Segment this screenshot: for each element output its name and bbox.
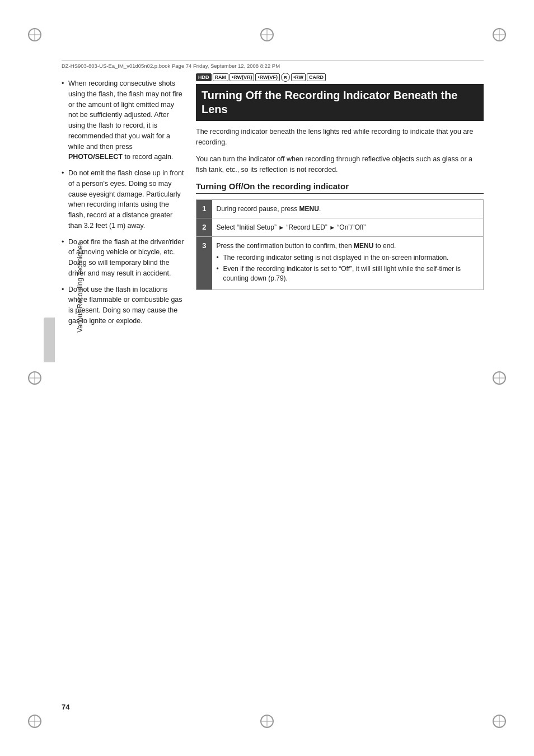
reg-mark-bl <box>28 715 41 728</box>
step-row-1: 1 During record pause, press MENU. <box>196 199 484 218</box>
reg-mark-br <box>493 715 506 728</box>
step3-bullet-1: The recording indicator setting is not d… <box>217 253 479 263</box>
arrow-2: ► <box>329 223 335 232</box>
main-content: When recording consecutive shots using t… <box>62 73 484 700</box>
arrow-1: ► <box>278 223 284 232</box>
section-title: Turning Off the Recording Indicator Bene… <box>202 88 478 116</box>
step-num-2: 2 <box>196 218 212 236</box>
step-content-1: During record pause, press MENU. <box>212 199 484 218</box>
bold-text-1: PHOTO/SELECT <box>68 153 123 161</box>
reg-mark-tl <box>28 28 41 41</box>
step-row-2: 2 Select “Initial Setup” ► “Record LED” … <box>196 218 484 236</box>
step-num-1: 1 <box>196 199 212 218</box>
badge-ram: RAM <box>213 73 229 81</box>
step3-bullet-2: Even if the recording indicator is set t… <box>217 264 479 284</box>
step3-bullets: The recording indicator setting is not d… <box>217 253 479 284</box>
badge-card: CARD <box>307 73 326 81</box>
bullet-item-2: Do not emit the flash close up in front … <box>62 168 185 231</box>
media-badges: HDD RAM •RW(VR) •RW(VF) R •RW CARD <box>196 73 484 82</box>
intro-text-1: The recording indicator beneath the lens… <box>196 127 484 148</box>
reg-mark-tr <box>493 28 506 41</box>
left-column: When recording consecutive shots using t… <box>62 73 185 700</box>
bullet-item-3: Do not fire the flash at the driver/ride… <box>62 237 185 279</box>
header-filepath: DZ-HS903-803-US-Ea_IM_v01d05n02.p.book P… <box>62 60 484 69</box>
bullet-list: When recording consecutive shots using t… <box>62 78 185 326</box>
badge-rwvf: •RW(VF) <box>255 73 279 81</box>
step1-bold: MENU <box>299 205 319 213</box>
bullet-item-1: When recording consecutive shots using t… <box>62 78 185 162</box>
step-content-3: Press the confirmation button to confirm… <box>212 236 484 290</box>
section-title-box: Turning Off the Recording Indicator Bene… <box>196 84 484 121</box>
step-num-3: 3 <box>196 236 212 290</box>
steps-table: 1 During record pause, press MENU. 2 Sel… <box>196 199 484 290</box>
badge-rwvr: •RW(VR) <box>229 73 254 81</box>
badge-rw: •RW <box>291 73 306 81</box>
sidebar-tab <box>44 318 55 362</box>
step-content-2: Select “Initial Setup” ► “Record LED” ► … <box>212 218 484 236</box>
bullet-item-4: Do not use the flash in locations where … <box>62 284 185 326</box>
reg-mark-tm <box>260 28 274 41</box>
badge-r: R <box>281 73 290 82</box>
step-row-3: 3 Press the confirmation button to confi… <box>196 236 484 290</box>
page-number: 74 <box>62 703 69 711</box>
reg-mark-bm <box>260 715 274 728</box>
right-column: HDD RAM •RW(VR) •RW(VF) R •RW CARD Turni… <box>196 73 484 700</box>
intro-text-2: You can turn the indicator off when reco… <box>196 154 484 176</box>
step3-bold: MENU <box>354 242 373 250</box>
badge-hdd: HDD <box>196 73 212 81</box>
reg-mark-ml <box>28 371 41 385</box>
subsection-heading: Turning Off/On the recording indicator <box>196 181 484 194</box>
reg-mark-mr <box>493 371 506 385</box>
